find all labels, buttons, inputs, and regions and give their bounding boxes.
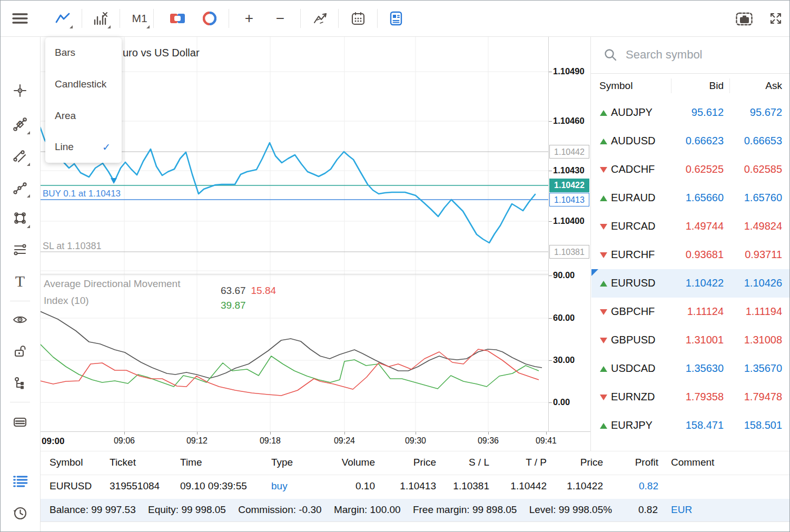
unlock-icon: [13, 344, 27, 359]
sidebar-divider: [10, 402, 30, 402]
trade-marker-icon: [111, 178, 117, 184]
menu-item-line[interactable]: Line: [55, 141, 74, 154]
symbol-row-usdcad[interactable]: USDCAD 1.35630 1.35670: [591, 354, 790, 383]
object-visibility-button[interactable]: [8, 308, 32, 331]
symbol-row-gbpusd[interactable]: GBPUSD 1.31001 1.31008: [591, 326, 790, 354]
down-triangle-icon: [600, 167, 607, 173]
depth-of-market-button[interactable]: [198, 7, 221, 30]
sidebar-divider: [10, 301, 30, 301]
text-tool-button[interactable]: T: [8, 270, 32, 293]
channels-tool-button[interactable]: [8, 144, 32, 168]
col-profit: Profit: [635, 457, 658, 468]
up-triangle-icon: [600, 281, 607, 287]
time-label: 09:36: [472, 436, 504, 446]
up-triangle-icon: [600, 195, 607, 201]
print-icon: [12, 415, 28, 429]
symbol-row-gbpchf[interactable]: GBPCHF 1.11124 1.11194: [591, 298, 790, 326]
down-triangle-icon: [600, 395, 607, 400]
col-type: Type: [271, 457, 293, 468]
main-menu-button[interactable]: [8, 7, 32, 30]
time-label: 09:06: [108, 436, 140, 446]
print-button[interactable]: [8, 410, 32, 434]
minus-icon: −: [276, 11, 284, 26]
position-row[interactable]: EURUSD 319551084 09.10 09:39:55 buy 0.10…: [40, 475, 790, 499]
price-tick: 1.10400: [553, 216, 590, 226]
symbol-row-eurusd-selected[interactable]: EURUSD 1.10422 1.10426: [591, 269, 790, 298]
fibonacci-tool-button[interactable]: F: [8, 113, 32, 136]
toolbar-separator: [153, 9, 154, 28]
chart-type-button[interactable]: [51, 7, 74, 30]
screenshot-button[interactable]: [733, 7, 756, 30]
object-tree-icon: [13, 376, 27, 390]
menu-item-area[interactable]: Area: [55, 110, 76, 123]
calendar-icon: [351, 12, 365, 25]
price-scale[interactable]: 1.10490 1.10460 1.10430 1.10400 1.10442 …: [548, 36, 591, 431]
shapes-tool-button[interactable]: [8, 206, 32, 230]
indicators-button[interactable]: [309, 7, 332, 30]
parallel-lines-icon: [13, 149, 27, 163]
col-comment: Comment: [671, 457, 714, 468]
fullscreen-button[interactable]: [764, 7, 787, 30]
balance-text: Balance: 99 997.53: [50, 504, 136, 515]
symbol-row-eurchf[interactable]: EURCHF 0.93681 0.93711: [591, 241, 790, 269]
economic-calendar-button[interactable]: [347, 7, 370, 30]
trade-tab-button[interactable]: [8, 470, 32, 493]
new-order-button[interactable]: [384, 7, 408, 30]
symbol-row-audusd[interactable]: AUDUSD 0.66623 0.66653: [591, 127, 790, 155]
price-tick: 1.10490: [553, 66, 590, 76]
remove-indicator-button[interactable]: [89, 7, 112, 30]
menu-item-bars[interactable]: Bars: [55, 47, 75, 60]
symbol-row-eurnzd[interactable]: EURNZD 1.79358 1.79478: [591, 383, 790, 411]
symbol-row-euraud[interactable]: EURAUD 1.65660 1.65760: [591, 184, 790, 212]
symbol-row-eurjpy[interactable]: EURJPY 158.471 158.501: [591, 411, 790, 440]
margin-text: Margin: 100.00: [334, 504, 401, 515]
polyline-icon: [13, 180, 27, 195]
toolbar-separator: [377, 9, 378, 28]
indicator-function-icon: [313, 12, 329, 25]
submenu-corner: [27, 131, 30, 134]
levels-tool-button[interactable]: [8, 238, 32, 261]
up-triangle-icon: [600, 423, 607, 429]
indicator-tick: 0.00: [553, 397, 590, 407]
history-tab-button[interactable]: [8, 501, 32, 525]
dropdown-corner: [70, 25, 73, 28]
chart-title: uro vs US Dollar: [123, 47, 200, 59]
top-toolbar: M1 + −: [1, 1, 789, 37]
time-axis[interactable]: 09:00 09:06 09:12 09:18 09:24 09:30 09:3…: [40, 431, 590, 451]
free-margin-text: Free margin: 99 898.05: [413, 504, 517, 515]
zoom-out-button[interactable]: −: [269, 7, 292, 30]
tp-price-box[interactable]: 1.10442: [549, 145, 589, 159]
sl-price-box[interactable]: 1.10381: [549, 245, 589, 259]
equity-text: Equity: 99 998.05: [148, 504, 226, 515]
one-click-trading-button[interactable]: [166, 7, 189, 30]
indicator-values: 63.6715.84 39.87: [221, 285, 276, 311]
column-symbol: Symbol: [599, 80, 633, 92]
time-label: 09:30: [400, 436, 431, 446]
line-chart-icon: [55, 13, 70, 24]
dropdown-corner: [107, 25, 111, 28]
position-time: 09.10 09:39:55: [180, 480, 247, 492]
timeframe-button[interactable]: M1: [128, 7, 151, 30]
crosshair-tool-button[interactable]: [8, 79, 32, 102]
up-triangle-icon: [600, 139, 607, 144]
search-input[interactable]: [625, 45, 779, 65]
menu-item-candlestick[interactable]: Candlestick: [55, 78, 106, 91]
object-list-button[interactable]: [8, 371, 32, 395]
position-tp: 1.10442: [510, 480, 547, 492]
unlock-objects-button[interactable]: [8, 340, 32, 363]
text-tool-icon: T: [15, 273, 25, 289]
hamburger-icon: [12, 12, 28, 25]
symbol-row-cadchf[interactable]: CADCHF 0.62525 0.62585: [591, 155, 790, 184]
time-label: 09:00: [42, 436, 73, 447]
symbol-row-audjpy[interactable]: AUDJPY 95.612 95.672: [591, 98, 790, 127]
minus-di-line: [40, 349, 539, 396]
market-watch-header: Symbol Bid Ask: [591, 73, 790, 98]
trade-table-header: Symbol Ticket Time Type Volume Price S /…: [40, 451, 790, 475]
symbol-row-eurcad[interactable]: EURCAD 1.49744 1.49824: [591, 212, 790, 241]
toolbar-separator: [120, 9, 120, 28]
adx-line: [40, 311, 542, 378]
current-price-box: 1.10422: [549, 179, 589, 192]
polyline-tool-button[interactable]: [8, 176, 32, 199]
zoom-in-button[interactable]: +: [238, 7, 261, 30]
toolbar-separator: [229, 9, 229, 28]
